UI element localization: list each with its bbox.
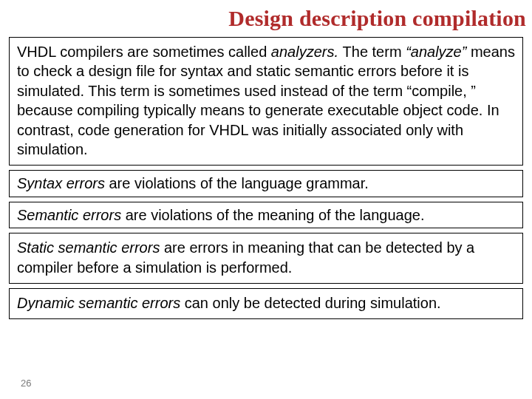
text-em: “analyze” — [406, 44, 471, 60]
text-em: Static semantic errors — [17, 239, 160, 256]
text: VHDL compilers are sometimes called — [17, 44, 271, 60]
box-static-semantic-errors: Static semantic errors are errors in mea… — [9, 233, 523, 284]
slide: Design description compilation VHDL comp… — [0, 0, 532, 399]
text: are violations of the meaning of the lan… — [121, 207, 424, 223]
box-analyzers: VHDL compilers are sometimes called anal… — [9, 37, 523, 166]
page-title: Design description compilation — [6, 6, 526, 31]
text-em: Semantic errors — [17, 207, 121, 223]
text-em: Syntax errors — [17, 175, 105, 191]
text: are violations of the language grammar. — [105, 175, 369, 191]
text: can only be detected during simulation. — [180, 295, 440, 311]
text: means to check a design file for syntax … — [17, 44, 515, 157]
box-syntax-errors: Syntax errors are violations of the lang… — [9, 170, 523, 197]
page-number: 26 — [21, 378, 31, 389]
text: The term — [343, 44, 406, 60]
text-em: analyzers. — [271, 44, 343, 60]
box-semantic-errors: Semantic errors are violations of the me… — [9, 202, 523, 228]
box-dynamic-semantic-errors: Dynamic semantic errors can only be dete… — [9, 288, 523, 319]
text-em: Dynamic semantic errors — [17, 295, 180, 311]
